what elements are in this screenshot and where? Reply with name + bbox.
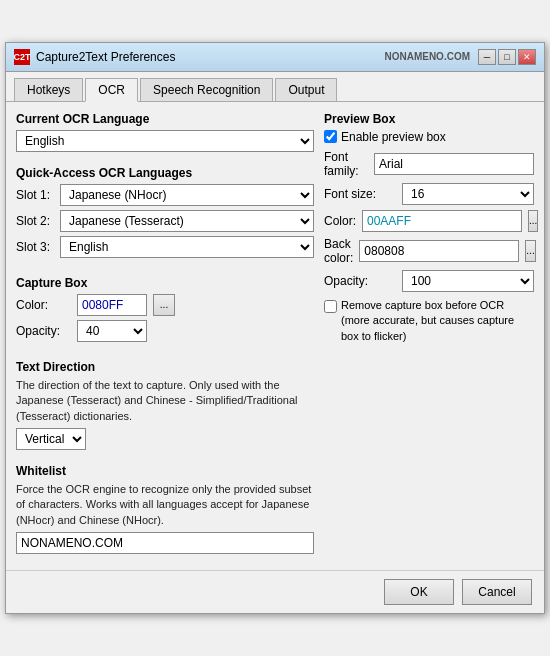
window-controls: ─ □ ✕ (478, 49, 536, 65)
text-direction-description: The direction of the text to capture. On… (16, 378, 314, 424)
preview-box-section: Preview Box Enable preview box Font fami… (324, 112, 534, 344)
tab-output[interactable]: Output (275, 78, 337, 101)
preview-box-title: Preview Box (324, 112, 534, 126)
slot-1-row: Slot 1: Japanese (NHocr) (16, 184, 314, 206)
font-family-row: Font family: (324, 150, 534, 178)
window-title: Capture2Text Preferences (36, 50, 175, 64)
capture-opacity-row: Opacity: 40 (16, 320, 314, 342)
slot-2-label: Slot 2: (16, 214, 54, 228)
remove-capture-row: Remove capture box before OCR (more accu… (324, 298, 534, 344)
app-icon: C2T (14, 49, 30, 65)
quick-access-label: Quick-Access OCR Languages (16, 166, 314, 180)
back-color-row: Back color: ... (324, 237, 534, 265)
whitelist-section: Whitelist Force the OCR engine to recogn… (16, 464, 314, 554)
current-ocr-language-select[interactable]: English (16, 130, 314, 152)
content-area: Current OCR Language English Quick-Acces… (6, 102, 544, 570)
slot-3-row: Slot 3: English (16, 236, 314, 258)
watermark-text: NONAMENO.COM (384, 51, 470, 62)
slot-1-select[interactable]: Japanese (NHocr) (60, 184, 314, 206)
preview-color-row: Color: ... (324, 210, 534, 232)
back-color-button[interactable]: ... (525, 240, 535, 262)
title-bar: C2T Capture2Text Preferences NONAMENO.CO… (6, 43, 544, 72)
text-direction-section: Text Direction The direction of the text… (16, 360, 314, 450)
text-direction-select[interactable]: Vertical (16, 428, 86, 450)
capture-color-label: Color: (16, 298, 71, 312)
tab-ocr[interactable]: OCR (85, 78, 138, 102)
font-size-label: Font size: (324, 187, 396, 201)
font-family-input[interactable] (374, 153, 534, 175)
tab-speech-recognition[interactable]: Speech Recognition (140, 78, 273, 101)
ok-button[interactable]: OK (384, 579, 454, 605)
quick-access-section: Quick-Access OCR Languages Slot 1: Japan… (16, 166, 314, 262)
capture-opacity-label: Opacity: (16, 324, 71, 338)
font-size-row: Font size: 16 (324, 183, 534, 205)
slot-3-label: Slot 3: (16, 240, 54, 254)
preview-color-label: Color: (324, 214, 356, 228)
minimize-button[interactable]: ─ (478, 49, 496, 65)
slot-2-row: Slot 2: Japanese (Tesseract) (16, 210, 314, 232)
tabs-bar: Hotkeys OCR Speech Recognition Output (6, 72, 544, 102)
font-family-label: Font family: (324, 150, 368, 178)
enable-preview-checkbox[interactable] (324, 130, 337, 143)
capture-color-input[interactable] (77, 294, 147, 316)
remove-capture-label: Remove capture box before OCR (more accu… (341, 298, 534, 344)
preview-opacity-label: Opacity: (324, 274, 396, 288)
slot-2-select[interactable]: Japanese (Tesseract) (60, 210, 314, 232)
remove-capture-checkbox[interactable] (324, 300, 337, 313)
title-bar-left: C2T Capture2Text Preferences (14, 49, 175, 65)
capture-color-row: Color: ... (16, 294, 314, 316)
enable-preview-label: Enable preview box (341, 130, 446, 144)
back-color-input[interactable] (359, 240, 519, 262)
slot-1-label: Slot 1: (16, 188, 54, 202)
preview-opacity-select[interactable]: 100 (402, 270, 534, 292)
main-window: C2T Capture2Text Preferences NONAMENO.CO… (5, 42, 545, 614)
capture-color-button[interactable]: ... (153, 294, 175, 316)
capture-box-section: Capture Box Color: ... Opacity: 40 (16, 276, 314, 346)
enable-preview-row: Enable preview box (324, 130, 534, 144)
preview-opacity-row: Opacity: 100 (324, 270, 534, 292)
capture-box-label: Capture Box (16, 276, 314, 290)
whitelist-label: Whitelist (16, 464, 314, 478)
close-button[interactable]: ✕ (518, 49, 536, 65)
right-panel: Preview Box Enable preview box Font fami… (324, 112, 534, 560)
cancel-button[interactable]: Cancel (462, 579, 532, 605)
capture-opacity-select[interactable]: 40 (77, 320, 147, 342)
preview-color-button[interactable]: ... (528, 210, 538, 232)
tab-hotkeys[interactable]: Hotkeys (14, 78, 83, 101)
whitelist-input[interactable] (16, 532, 314, 554)
current-ocr-language-section: Current OCR Language English (16, 112, 314, 152)
left-panel: Current OCR Language English Quick-Acces… (16, 112, 314, 560)
back-color-label: Back color: (324, 237, 353, 265)
current-ocr-language-label: Current OCR Language (16, 112, 314, 126)
whitelist-description: Force the OCR engine to recognize only t… (16, 482, 314, 528)
preview-color-input[interactable] (362, 210, 522, 232)
restore-button[interactable]: □ (498, 49, 516, 65)
slot-3-select[interactable]: English (60, 236, 314, 258)
bottom-bar: OK Cancel (6, 570, 544, 613)
text-direction-label: Text Direction (16, 360, 314, 374)
font-size-select[interactable]: 16 (402, 183, 534, 205)
